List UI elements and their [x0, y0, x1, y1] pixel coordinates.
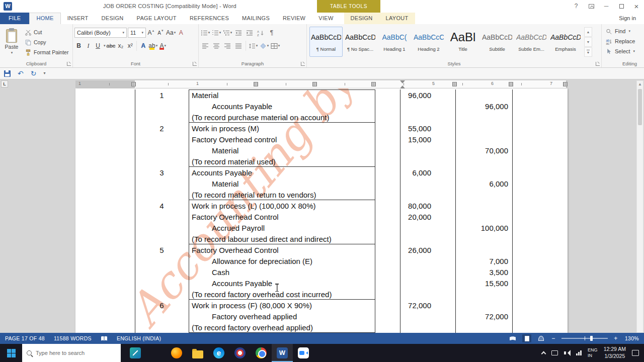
- account-text[interactable]: (To record material return to vendors): [189, 191, 375, 199]
- dialog-launcher-icon[interactable]: [193, 62, 197, 66]
- account-text[interactable]: Cash: [189, 268, 375, 277]
- page-indicator[interactable]: PAGE 17 OF 48: [5, 335, 45, 341]
- numbering-button[interactable]: ▾: [211, 28, 221, 38]
- account-text[interactable]: Factory Overhead Control: [189, 213, 375, 221]
- font-name-combo[interactable]: Calibri (Body) ▾: [74, 28, 127, 38]
- select-button[interactable]: Select▾: [603, 46, 644, 56]
- find-button[interactable]: Find▾: [603, 26, 644, 36]
- style-subtitle[interactable]: AaBbCcDSubtitle: [480, 27, 514, 57]
- paste-button[interactable]: Paste ▾: [2, 26, 22, 57]
- borders-button[interactable]: ▾: [270, 41, 280, 51]
- web-layout-button[interactable]: [536, 334, 545, 342]
- debit-amount[interactable]: 55,000: [400, 124, 455, 133]
- tab-mailings[interactable]: MAILINGS: [235, 13, 276, 24]
- document-page[interactable]: Accounting by 1Material96,000Accounts Pa…: [75, 88, 568, 333]
- table-column-marker[interactable]: [452, 82, 457, 86]
- style-normal[interactable]: AaBbCcDc¶ Normal: [309, 27, 343, 57]
- replace-button[interactable]: abac Replace: [603, 36, 644, 46]
- table-column-marker[interactable]: [563, 82, 568, 86]
- highlight-color-button[interactable]: ab▾: [148, 41, 157, 51]
- account-text[interactable]: Allowance for depreciation (E): [189, 257, 375, 265]
- multilevel-list-button[interactable]: ▾: [222, 28, 232, 38]
- credit-amount[interactable]: 100,000: [455, 224, 512, 232]
- tab-page-layout[interactable]: PAGE LAYOUT: [130, 13, 183, 24]
- grow-font-button[interactable]: A▲: [147, 28, 155, 38]
- language-indicator[interactable]: ENGLISH (INDIA): [117, 335, 162, 341]
- display-icon[interactable]: [551, 350, 558, 355]
- table-column-marker[interactable]: [131, 82, 136, 86]
- decrease-indent-button[interactable]: [233, 28, 244, 38]
- zoom-in-button[interactable]: +: [613, 335, 619, 342]
- chrome-icon[interactable]: [251, 344, 272, 362]
- zoom-icon[interactable]: [293, 344, 314, 362]
- superscript-button[interactable]: x²: [126, 41, 134, 51]
- tab-insert[interactable]: INSERT: [61, 13, 95, 24]
- help-icon[interactable]: ?: [569, 0, 584, 13]
- table-column-marker[interactable]: [371, 82, 376, 86]
- debit-amount[interactable]: 26,000: [400, 246, 455, 254]
- table-column-marker[interactable]: [509, 82, 513, 86]
- shading-button[interactable]: ▾: [259, 41, 269, 51]
- tab-design[interactable]: DESIGN: [95, 13, 130, 24]
- dialog-launcher-icon[interactable]: [67, 62, 71, 66]
- account-text[interactable]: Material: [189, 179, 375, 188]
- dialog-launcher-icon[interactable]: [596, 62, 600, 66]
- account-text[interactable]: Work in process (L) (100,000 X 80%): [189, 202, 375, 210]
- sign-in-link[interactable]: Sign in: [611, 13, 644, 24]
- table-column-marker[interactable]: [312, 82, 317, 86]
- ribbon-display-options-icon[interactable]: [584, 0, 599, 13]
- copy-button[interactable]: Copy: [24, 37, 69, 47]
- credit-amount[interactable]: 3,500: [455, 268, 512, 277]
- action-center-icon[interactable]: [632, 350, 639, 356]
- bold-button[interactable]: B: [74, 41, 83, 51]
- align-left-button[interactable]: [200, 41, 210, 51]
- account-text[interactable]: Accounts Payable: [189, 168, 375, 177]
- italic-button[interactable]: I: [84, 41, 93, 51]
- dialog-launcher-icon[interactable]: [301, 62, 305, 66]
- vertical-scrollbar[interactable]: ▲: [636, 80, 643, 333]
- zoom-level[interactable]: 130%: [624, 335, 639, 341]
- font-color-button[interactable]: A▾: [158, 41, 167, 51]
- entry-number[interactable]: 4: [135, 202, 189, 210]
- undo-button[interactable]: ↶: [18, 70, 24, 77]
- entry-number[interactable]: 1: [135, 91, 189, 100]
- credit-amount[interactable]: 96,000: [455, 102, 512, 111]
- line-spacing-button[interactable]: ▾: [248, 41, 258, 51]
- close-icon[interactable]: ×: [629, 0, 644, 13]
- network-icon[interactable]: [576, 350, 582, 355]
- print-layout-button[interactable]: [522, 334, 531, 342]
- account-text[interactable]: Work in process (M): [189, 124, 375, 133]
- app-icon[interactable]: [229, 344, 251, 362]
- underline-button[interactable]: U: [94, 41, 102, 51]
- word-count[interactable]: 11588 WORDS: [54, 335, 92, 341]
- entry-number[interactable]: 2: [135, 124, 189, 133]
- account-text[interactable]: Factory overhead applied: [189, 312, 375, 321]
- taskbar-search[interactable]: [22, 344, 121, 362]
- zoom-out-button[interactable]: −: [550, 335, 556, 342]
- style-h1[interactable]: AaBbC(Heading 1: [378, 27, 411, 57]
- strikethrough-button[interactable]: abc: [107, 41, 116, 51]
- save-button[interactable]: [4, 70, 11, 77]
- account-text[interactable]: Material: [189, 91, 375, 100]
- redo-button[interactable]: ↻: [31, 70, 37, 77]
- justify-button[interactable]: [233, 41, 244, 51]
- increase-indent-button[interactable]: [245, 28, 255, 38]
- edge-icon[interactable]: [208, 344, 229, 362]
- style-title[interactable]: AaBlTitle: [446, 27, 479, 57]
- scroll-up-icon[interactable]: ▲: [637, 81, 643, 88]
- font-size-combo[interactable]: 11 ▾: [128, 28, 146, 38]
- account-text[interactable]: (To record labour used direct and indire…: [189, 235, 375, 243]
- entry-number[interactable]: 3: [135, 168, 189, 177]
- debit-amount[interactable]: 6,000: [400, 168, 455, 177]
- gallery-down-icon[interactable]: ▼: [584, 37, 592, 47]
- debit-amount[interactable]: 20,000: [400, 213, 455, 221]
- read-mode-button[interactable]: [508, 334, 517, 342]
- file-explorer-icon[interactable]: [187, 344, 208, 362]
- credit-amount[interactable]: 72,000: [455, 312, 512, 321]
- clock[interactable]: 12:29 AM 1/3/2025: [604, 346, 626, 359]
- credit-amount[interactable]: 15,500: [455, 279, 512, 288]
- debit-amount[interactable]: 80,000: [400, 202, 455, 210]
- table-column-marker[interactable]: [254, 82, 258, 86]
- indent-marker[interactable]: [400, 80, 405, 88]
- tab-review[interactable]: REVIEW: [276, 13, 312, 24]
